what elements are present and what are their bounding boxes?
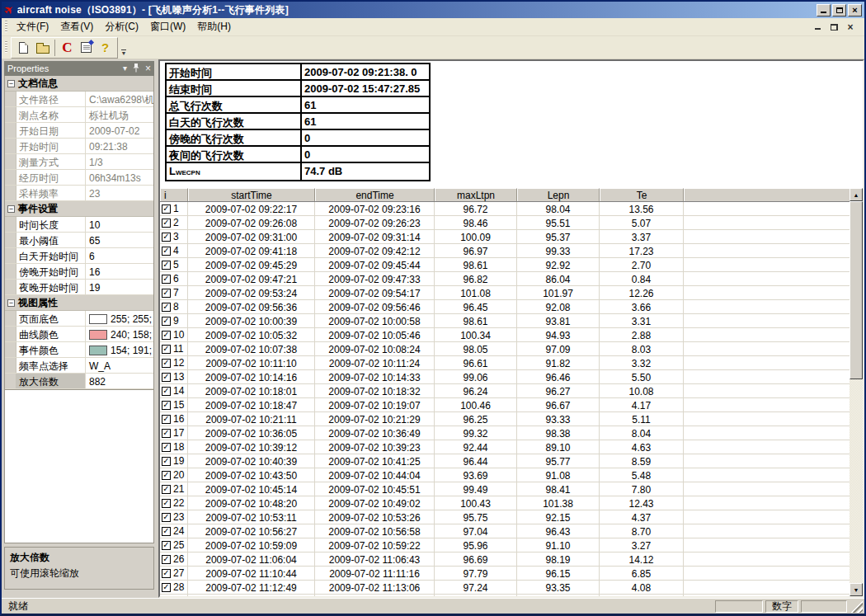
event-checkbox[interactable]: ✓ (162, 247, 171, 256)
property-value[interactable]: 23 (86, 186, 153, 200)
property-value[interactable]: 10 (86, 217, 153, 232)
event-row[interactable]: ✓52009-07-02 09:45:292009-07-02 09:45:44… (160, 258, 850, 272)
event-checkbox[interactable]: ✓ (162, 331, 171, 340)
scroll-up-button[interactable]: ▲ (850, 188, 863, 201)
collapse-minus-icon[interactable]: − (7, 205, 15, 213)
event-row[interactable]: ✓262009-07-02 11:06:042009-07-02 11:06:4… (160, 553, 850, 567)
toolbar-overflow-button[interactable]: ▼ (119, 38, 129, 58)
event-row[interactable]: ✓62009-07-02 09:47:212009-07-02 09:47:33… (160, 272, 850, 286)
event-row[interactable]: ✓42009-07-02 09:41:182009-07-02 09:42:12… (160, 244, 850, 258)
toolbar-grip-handle[interactable] (5, 41, 7, 54)
event-checkbox[interactable]: ✓ (162, 527, 171, 536)
column-header-startTime[interactable]: startTime (188, 188, 315, 201)
color-swatch[interactable] (89, 330, 107, 340)
column-header-endTime[interactable]: endTime (315, 188, 435, 201)
scrollbar-thumb[interactable] (850, 201, 863, 379)
property-value[interactable]: 06h34m13s (86, 170, 153, 185)
minimize-button[interactable] (817, 4, 831, 16)
property-section-header[interactable]: −事件设置 (5, 201, 153, 217)
event-row[interactable]: ✓92009-07-02 10:00:392009-07-02 10:00:58… (160, 314, 850, 328)
event-row[interactable]: ✓82009-07-02 09:56:362009-07-02 09:56:46… (160, 300, 850, 314)
column-header-i[interactable]: i (160, 188, 188, 201)
collapse-minus-icon[interactable]: − (7, 80, 15, 87)
event-checkbox[interactable]: ✓ (162, 485, 171, 494)
event-row[interactable]: ✓72009-07-02 09:53:242009-07-02 09:54:17… (160, 286, 850, 300)
help-button[interactable]: ? (96, 39, 115, 57)
event-row[interactable]: ✓172009-07-02 10:36:052009-07-02 10:36:4… (160, 426, 850, 440)
event-row[interactable]: ✓272009-07-02 11:10:442009-07-02 11:11:1… (160, 567, 850, 581)
event-checkbox[interactable]: ✓ (162, 303, 171, 312)
property-section-header[interactable]: −视图属性 (5, 295, 153, 311)
property-value[interactable]: 240; 158; 15 (86, 327, 153, 341)
event-row[interactable]: ✓22009-07-02 09:26:082009-07-02 09:26:23… (160, 216, 850, 230)
close-icon[interactable]: × (145, 63, 151, 73)
resize-grip[interactable] (851, 600, 863, 613)
column-header-Lepn[interactable]: Lepn (517, 188, 600, 201)
event-checkbox[interactable]: ✓ (162, 233, 171, 242)
menu-item-3[interactable]: 窗口(W) (144, 18, 191, 35)
mdi-close-button[interactable]: × (845, 21, 856, 32)
property-value[interactable]: 65 (86, 233, 153, 247)
event-checkbox[interactable]: ✓ (162, 401, 171, 410)
event-checkbox[interactable]: ✓ (162, 569, 171, 578)
property-value[interactable]: 255; 255; 25 (86, 311, 153, 326)
scroll-down-button[interactable]: ▼ (850, 583, 863, 596)
event-checkbox[interactable]: ✓ (162, 583, 171, 592)
menu-item-2[interactable]: 分析(C) (99, 18, 144, 35)
property-value[interactable]: 19 (86, 280, 153, 294)
event-checkbox[interactable]: ✓ (162, 219, 171, 228)
property-value[interactable]: C:\awa6298\机场 (86, 92, 153, 106)
properties-button[interactable] (77, 39, 96, 57)
event-checkbox[interactable]: ✓ (162, 317, 171, 326)
column-header-Te[interactable]: Te (600, 188, 684, 201)
event-row[interactable]: ✓132009-07-02 10:14:162009-07-02 10:14:3… (160, 370, 850, 384)
event-row[interactable]: ✓12009-07-02 09:22:172009-07-02 09:23:16… (160, 202, 850, 216)
event-row[interactable]: ✓142009-07-02 10:18:012009-07-02 10:18:3… (160, 384, 850, 398)
vertical-scrollbar[interactable]: ▲ ▼ (850, 188, 863, 596)
event-row[interactable]: ✓202009-07-02 10:43:502009-07-02 10:44:0… (160, 468, 850, 482)
event-checkbox[interactable]: ✓ (162, 555, 171, 564)
event-checkbox[interactable]: ✓ (162, 541, 171, 550)
event-checkbox[interactable]: ✓ (162, 289, 171, 298)
event-checkbox[interactable]: ✓ (162, 387, 171, 396)
event-checkbox[interactable]: ✓ (162, 457, 171, 466)
event-checkbox[interactable]: ✓ (162, 429, 171, 438)
event-checkbox[interactable]: ✓ (162, 415, 171, 424)
color-swatch[interactable] (89, 346, 107, 355)
event-row[interactable]: ✓252009-07-02 10:59:092009-07-02 10:59:2… (160, 538, 850, 553)
event-row[interactable]: ✓242009-07-02 10:56:272009-07-02 10:56:5… (160, 524, 850, 538)
event-row[interactable]: ✓122009-07-02 10:11:102009-07-02 10:11:2… (160, 356, 850, 370)
event-row[interactable]: ✓192009-07-02 10:40:392009-07-02 10:41:2… (160, 454, 850, 468)
collapse-minus-icon[interactable]: − (7, 299, 15, 307)
event-row[interactable]: ✓212009-07-02 10:45:142009-07-02 10:45:5… (160, 482, 850, 496)
property-value[interactable]: 882 (86, 374, 153, 388)
close-button[interactable]: × (848, 4, 862, 16)
color-swatch[interactable] (89, 314, 107, 324)
column-header-maxLtpn[interactable]: maxLtpn (435, 188, 517, 201)
event-checkbox[interactable]: ✓ (162, 275, 171, 284)
event-row[interactable]: ✓222009-07-02 10:48:202009-07-02 10:49:0… (160, 496, 850, 510)
property-value[interactable]: 2009-07-02 (86, 123, 153, 138)
event-row[interactable]: ✓232009-07-02 10:53:112009-07-02 10:53:2… (160, 510, 850, 524)
event-checkbox[interactable]: ✓ (162, 261, 171, 270)
property-value[interactable]: 154; 191; 18 (86, 342, 153, 357)
pin-icon[interactable] (133, 63, 139, 74)
chevron-down-icon[interactable]: ▾ (123, 64, 127, 73)
event-checkbox[interactable]: ✓ (162, 443, 171, 452)
event-checkbox[interactable]: ✓ (162, 471, 171, 480)
mdi-minimize-button[interactable] (812, 21, 823, 32)
event-row[interactable]: ✓32009-07-02 09:31:002009-07-02 09:31:14… (160, 230, 850, 244)
property-value[interactable]: W_A (86, 358, 153, 373)
menu-item-1[interactable]: 查看(V) (54, 18, 99, 35)
event-row[interactable]: ✓102009-07-02 10:05:322009-07-02 10:05:4… (160, 328, 850, 342)
property-section-header[interactable]: −文档信息 (5, 76, 153, 92)
event-row[interactable]: ✓182009-07-02 10:39:122009-07-02 10:39:2… (160, 440, 850, 454)
property-value[interactable]: 16 (86, 264, 153, 279)
open-file-button[interactable] (33, 39, 52, 57)
property-value[interactable]: 6 (86, 248, 153, 263)
event-row[interactable]: ✓152009-07-02 10:18:472009-07-02 10:19:0… (160, 398, 850, 412)
event-row-partial[interactable] (160, 595, 850, 596)
event-checkbox[interactable]: ✓ (162, 359, 171, 368)
calibration-button[interactable]: C (58, 39, 77, 57)
event-row[interactable]: ✓282009-07-02 11:12:492009-07-02 11:13:0… (160, 581, 850, 595)
